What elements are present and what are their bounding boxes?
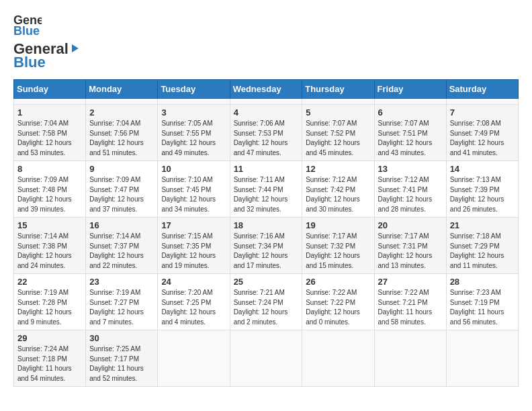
- calendar-cell: 20Sunrise: 7:17 AM Sunset: 7:31 PM Dayli…: [374, 218, 446, 274]
- logo-blue: Blue: [13, 54, 46, 71]
- cell-info: Sunrise: 7:23 AM Sunset: 7:19 PM Dayligh…: [450, 288, 515, 327]
- day-number: 16: [89, 220, 154, 230]
- day-number: 11: [234, 164, 299, 174]
- day-number: 20: [378, 220, 443, 230]
- day-number: 14: [450, 164, 515, 174]
- cell-info: Sunrise: 7:20 AM Sunset: 7:25 PM Dayligh…: [161, 288, 226, 327]
- svg-text:Blue: Blue: [13, 24, 40, 38]
- header: General Blue General Blue: [13, 11, 519, 71]
- col-header-friday: Friday: [374, 80, 446, 99]
- cell-info: Sunrise: 7:12 AM Sunset: 7:42 PM Dayligh…: [306, 175, 370, 214]
- calendar-cell: 29Sunrise: 7:24 AM Sunset: 7:18 PM Dayli…: [14, 330, 86, 387]
- day-number: 22: [17, 277, 82, 287]
- calendar-week-4: 15Sunrise: 7:14 AM Sunset: 7:38 PM Dayli…: [14, 218, 519, 274]
- col-header-monday: Monday: [86, 80, 158, 99]
- calendar-cell: 18Sunrise: 7:16 AM Sunset: 7:34 PM Dayli…: [230, 218, 302, 274]
- calendar-cell: [446, 99, 518, 105]
- calendar-cell: 17Sunrise: 7:15 AM Sunset: 7:35 PM Dayli…: [158, 218, 230, 274]
- calendar-cell: 8Sunrise: 7:09 AM Sunset: 7:48 PM Daylig…: [14, 161, 86, 218]
- cell-info: Sunrise: 7:25 AM Sunset: 7:17 PM Dayligh…: [89, 345, 154, 383]
- calendar-cell: 2Sunrise: 7:04 AM Sunset: 7:56 PM Daylig…: [86, 105, 158, 161]
- calendar-cell: 27Sunrise: 7:22 AM Sunset: 7:21 PM Dayli…: [374, 274, 446, 330]
- calendar-cell: [158, 330, 230, 387]
- calendar-cell: [230, 99, 302, 105]
- calendar-cell: [158, 99, 230, 105]
- col-header-wednesday: Wednesday: [230, 80, 302, 99]
- calendar-cell: 13Sunrise: 7:12 AM Sunset: 7:41 PM Dayli…: [374, 161, 446, 218]
- day-number: 10: [161, 164, 226, 174]
- day-number: 26: [306, 277, 370, 287]
- cell-info: Sunrise: 7:05 AM Sunset: 7:55 PM Dayligh…: [161, 119, 226, 158]
- calendar-week-2: 1Sunrise: 7:04 AM Sunset: 7:58 PM Daylig…: [14, 105, 519, 161]
- cell-info: Sunrise: 7:08 AM Sunset: 7:49 PM Dayligh…: [450, 119, 515, 158]
- day-number: 2: [89, 107, 154, 118]
- logo: General Blue General Blue: [13, 11, 81, 71]
- cell-info: Sunrise: 7:07 AM Sunset: 7:52 PM Dayligh…: [306, 119, 370, 158]
- col-header-sunday: Sunday: [14, 80, 86, 99]
- cell-info: Sunrise: 7:24 AM Sunset: 7:18 PM Dayligh…: [17, 345, 82, 383]
- cell-info: Sunrise: 7:04 AM Sunset: 7:58 PM Dayligh…: [17, 119, 82, 158]
- calendar-cell: 28Sunrise: 7:23 AM Sunset: 7:19 PM Dayli…: [446, 274, 518, 330]
- calendar-week-3: 8Sunrise: 7:09 AM Sunset: 7:48 PM Daylig…: [14, 161, 519, 218]
- day-number: 28: [450, 277, 515, 287]
- calendar-cell: 4Sunrise: 7:06 AM Sunset: 7:53 PM Daylig…: [230, 105, 302, 161]
- day-number: 19: [306, 220, 370, 230]
- cell-info: Sunrise: 7:14 AM Sunset: 7:37 PM Dayligh…: [89, 232, 154, 271]
- calendar-cell: [230, 330, 302, 387]
- logo-icon: General Blue: [13, 11, 42, 39]
- cell-info: Sunrise: 7:07 AM Sunset: 7:51 PM Dayligh…: [378, 119, 443, 158]
- day-number: 6: [378, 107, 443, 118]
- calendar-cell: 24Sunrise: 7:20 AM Sunset: 7:25 PM Dayli…: [158, 274, 230, 330]
- day-number: 24: [161, 277, 226, 287]
- cell-info: Sunrise: 7:18 AM Sunset: 7:29 PM Dayligh…: [450, 232, 515, 271]
- cell-info: Sunrise: 7:13 AM Sunset: 7:39 PM Dayligh…: [450, 175, 515, 214]
- calendar: SundayMondayTuesdayWednesdayThursdayFrid…: [13, 79, 519, 387]
- cell-info: Sunrise: 7:17 AM Sunset: 7:31 PM Dayligh…: [378, 232, 443, 271]
- day-number: 13: [378, 164, 443, 174]
- calendar-cell: 22Sunrise: 7:19 AM Sunset: 7:28 PM Dayli…: [14, 274, 86, 330]
- calendar-cell: [374, 99, 446, 105]
- calendar-cell: 30Sunrise: 7:25 AM Sunset: 7:17 PM Dayli…: [86, 330, 158, 387]
- calendar-cell: [86, 99, 158, 105]
- col-header-tuesday: Tuesday: [158, 80, 230, 99]
- cell-info: Sunrise: 7:15 AM Sunset: 7:35 PM Dayligh…: [161, 232, 226, 271]
- col-header-saturday: Saturday: [446, 80, 518, 99]
- calendar-cell: [374, 330, 446, 387]
- calendar-cell: [302, 330, 374, 387]
- cell-info: Sunrise: 7:11 AM Sunset: 7:44 PM Dayligh…: [234, 175, 299, 214]
- calendar-cell: [302, 99, 374, 105]
- day-number: 9: [89, 164, 154, 174]
- calendar-cell: 7Sunrise: 7:08 AM Sunset: 7:49 PM Daylig…: [446, 105, 518, 161]
- day-number: 15: [17, 220, 82, 230]
- cell-info: Sunrise: 7:16 AM Sunset: 7:34 PM Dayligh…: [234, 232, 299, 271]
- day-number: 8: [17, 164, 82, 174]
- calendar-header: SundayMondayTuesdayWednesdayThursdayFrid…: [14, 80, 519, 99]
- calendar-week-1: [14, 99, 519, 105]
- calendar-cell: 25Sunrise: 7:21 AM Sunset: 7:24 PM Dayli…: [230, 274, 302, 330]
- calendar-cell: [446, 330, 518, 387]
- day-number: 27: [378, 277, 443, 287]
- day-number: 21: [450, 220, 515, 230]
- day-number: 1: [17, 107, 82, 118]
- calendar-cell: 15Sunrise: 7:14 AM Sunset: 7:38 PM Dayli…: [14, 218, 86, 274]
- calendar-cell: 19Sunrise: 7:17 AM Sunset: 7:32 PM Dayli…: [302, 218, 374, 274]
- day-number: 5: [306, 107, 370, 118]
- day-number: 17: [161, 220, 226, 230]
- svg-marker-3: [72, 44, 79, 52]
- day-number: 18: [234, 220, 299, 230]
- cell-info: Sunrise: 7:12 AM Sunset: 7:41 PM Dayligh…: [378, 175, 443, 214]
- calendar-cell: 9Sunrise: 7:09 AM Sunset: 7:47 PM Daylig…: [86, 161, 158, 218]
- calendar-cell: 23Sunrise: 7:19 AM Sunset: 7:27 PM Dayli…: [86, 274, 158, 330]
- logo-arrow-icon: [69, 42, 81, 54]
- day-number: 12: [306, 164, 370, 174]
- calendar-cell: 5Sunrise: 7:07 AM Sunset: 7:52 PM Daylig…: [302, 105, 374, 161]
- cell-info: Sunrise: 7:09 AM Sunset: 7:47 PM Dayligh…: [89, 175, 154, 214]
- calendar-cell: 10Sunrise: 7:10 AM Sunset: 7:45 PM Dayli…: [158, 161, 230, 218]
- day-number: 4: [234, 107, 299, 118]
- day-number: 23: [89, 277, 154, 287]
- day-number: 3: [161, 107, 226, 118]
- cell-info: Sunrise: 7:17 AM Sunset: 7:32 PM Dayligh…: [306, 232, 370, 271]
- cell-info: Sunrise: 7:04 AM Sunset: 7:56 PM Dayligh…: [89, 119, 154, 158]
- cell-info: Sunrise: 7:10 AM Sunset: 7:45 PM Dayligh…: [161, 175, 226, 214]
- cell-info: Sunrise: 7:19 AM Sunset: 7:28 PM Dayligh…: [17, 288, 82, 327]
